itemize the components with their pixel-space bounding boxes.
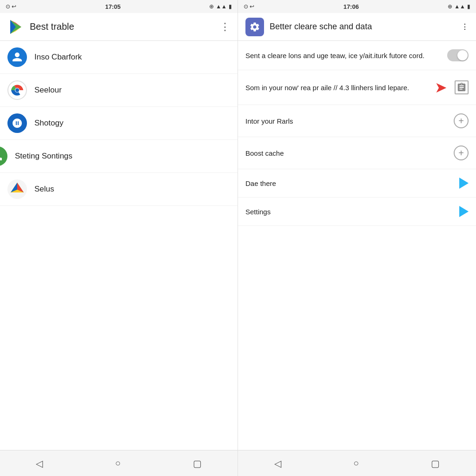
right-item-boost[interactable]: Boost cache + [238, 137, 476, 169]
list-item-inso-label: Inso Cbarfork [34, 53, 82, 62]
right-panel: ⊙ ↩ 17:06 ⊕ ▲▲ ▮ Better cleare sche and … [238, 0, 476, 476]
list-item-seelour-label: Seelour [34, 86, 62, 95]
list-item-seelour[interactable]: Seelour [0, 74, 238, 107]
right-app-title: Better cleare sche and data [270, 22, 456, 32]
intor-item-text: Intor your Rarls [245, 116, 448, 126]
toggle-control[interactable] [447, 49, 469, 61]
list-item-inso[interactable]: Inso Cbarfork [0, 41, 238, 74]
steting-phone-icon [0, 146, 7, 166]
settings-play-icon [459, 206, 469, 217]
red-arrow-annotation: ➤ [435, 79, 447, 96]
left-status-right-icons: ⊕ ▲▲ ▮ [209, 3, 232, 10]
left-home-button[interactable]: ○ [106, 454, 130, 472]
right-status-bar: ⊙ ↩ 17:06 ⊕ ▲▲ ▮ [238, 0, 476, 13]
right-back-button[interactable]: ◁ [265, 454, 291, 473]
inso-icon [7, 47, 27, 67]
right-watch-icon: ⊕ [448, 3, 452, 10]
right-status-time: 17:06 [344, 3, 359, 10]
right-nav-bar: ◁ ○ ▢ [238, 450, 476, 476]
right-status-right-icons: ⊕ ▲▲ ▮ [448, 3, 470, 10]
play-store-icon [7, 19, 24, 35]
left-status-time: 17:05 [105, 3, 120, 10]
right-item-settings[interactable]: Settings [238, 198, 476, 226]
right-top-bar: Better cleare sche and data ⋮ [238, 13, 476, 41]
dae-item-text: Dae there [245, 178, 454, 188]
settings-gear-icon [245, 18, 264, 36]
list-item-selus[interactable]: Selus [0, 173, 238, 206]
boost-plus-icon[interactable]: + [454, 145, 469, 160]
left-nav-bar: ◁ ○ ▢ [0, 450, 238, 476]
left-back-button[interactable]: ◁ [26, 454, 52, 473]
left-status-left-icons: ⊙ ↩ [6, 3, 16, 10]
left-more-button[interactable]: ⋮ [220, 21, 230, 33]
selus-icon [7, 179, 27, 199]
boost-item-text: Boost cache [245, 148, 448, 158]
left-recents-button[interactable]: ▢ [184, 454, 211, 473]
shotogy-icon [7, 113, 27, 133]
list-item-shotogy-label: Shotogy [34, 119, 63, 128]
list-item-shotogy[interactable]: Shotogy [0, 107, 238, 140]
right-more-button[interactable]: ⋮ [461, 22, 469, 31]
toggle-item-text: Sent a cleare lons and uge teaw, ice y/a… [245, 51, 442, 60]
right-status-left-icons: ⊙ ↩ [244, 3, 254, 10]
left-list: Inso Cbarfork Seelour Shotogy [0, 41, 238, 206]
svg-point-6 [15, 88, 19, 92]
watch-icon: ⊕ [209, 3, 214, 10]
right-recents-button[interactable]: ▢ [422, 454, 449, 473]
signal-icon: ▲▲ [216, 3, 227, 10]
left-panel: ⊙ ↩ 17:05 ⊕ ▲▲ ▮ Best trable ⋮ Inso Cbar… [0, 0, 238, 476]
seelour-icon [7, 80, 27, 100]
right-battery-icon: ▮ [467, 3, 470, 10]
clipboard-icon [455, 80, 469, 94]
dae-play-icon [459, 178, 469, 189]
battery-icon: ▮ [229, 3, 232, 10]
left-status-bar: ⊙ ↩ 17:05 ⊕ ▲▲ ▮ [0, 0, 238, 13]
right-home-button[interactable]: ○ [344, 454, 368, 472]
left-top-bar: Best trable ⋮ [0, 13, 238, 41]
settings-item-text: Settings [245, 207, 454, 217]
clipboard-item-text: Som in your now' rea pr aile // 4.3 llin… [245, 83, 429, 93]
list-item-selus-label: Selus [34, 185, 54, 194]
left-app-title: Best trable [30, 21, 214, 32]
intor-plus-icon[interactable]: + [454, 113, 469, 128]
right-signal-icon: ▲▲ [454, 3, 465, 10]
right-item-toggle[interactable]: Sent a cleare lons and uge teaw, ice y/a… [238, 41, 476, 70]
right-item-clipboard[interactable]: Som in your now' rea pr aile // 4.3 llin… [238, 70, 476, 105]
right-item-intor[interactable]: Intor your Rarls + [238, 105, 476, 137]
list-item-steting[interactable]: Steting Sontings [0, 140, 238, 173]
right-item-dae[interactable]: Dae there [238, 169, 476, 198]
list-item-steting-label: Steting Sontings [15, 152, 73, 161]
